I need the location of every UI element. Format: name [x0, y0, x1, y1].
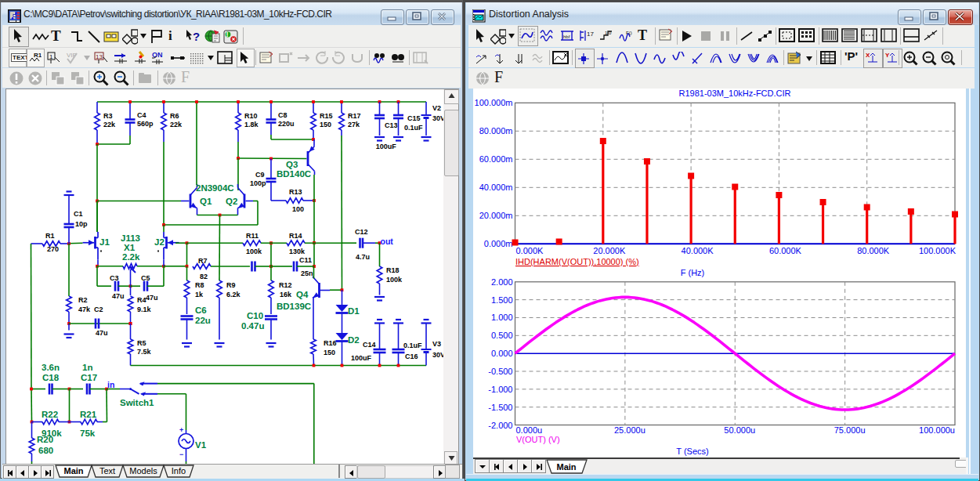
- svg-text:BD140C: BD140C: [277, 169, 311, 179]
- svg-text:R18: R18: [386, 266, 400, 274]
- svg-text:30V: 30V: [432, 114, 443, 122]
- svg-text:C6: C6: [195, 306, 207, 315]
- svg-text:22u: 22u: [195, 316, 211, 325]
- svg-text:R21: R21: [80, 410, 97, 419]
- svg-text:Text: Text: [99, 466, 115, 476]
- svg-text:100.000u: 100.000u: [919, 425, 955, 435]
- svg-text:F(): F(): [626, 31, 632, 35]
- svg-text:1n: 1n: [82, 363, 92, 372]
- svg-text:R1: R1: [45, 232, 55, 240]
- svg-text:R8: R8: [195, 281, 204, 289]
- svg-text:4.7u: 4.7u: [356, 253, 370, 261]
- svg-text:2N3904C: 2N3904C: [196, 183, 234, 193]
- svg-text:V3: V3: [432, 340, 441, 348]
- svg-text:22k: 22k: [103, 121, 116, 128]
- svg-text:F (Hz): F (Hz): [681, 268, 705, 277]
- svg-text:80.000m: 80.000m: [479, 126, 513, 136]
- svg-text:680: 680: [38, 446, 53, 455]
- svg-text:R4: R4: [137, 296, 146, 304]
- svg-text:40.000m: 40.000m: [479, 183, 513, 192]
- svg-text:in: in: [107, 380, 114, 389]
- svg-text:X: X: [866, 52, 870, 59]
- svg-text:R5: R5: [137, 339, 146, 347]
- svg-text:V(OUT) (V): V(OUT) (V): [516, 435, 560, 444]
- svg-text:82: 82: [200, 273, 208, 280]
- svg-text:22k: 22k: [170, 121, 183, 128]
- svg-text:0.1uF: 0.1uF: [404, 124, 423, 132]
- svg-text:+: +: [179, 426, 183, 434]
- svg-text:hbf: hbf: [563, 34, 570, 39]
- svg-text:R17: R17: [348, 112, 361, 120]
- svg-text:10p: 10p: [75, 220, 88, 228]
- svg-text:R12: R12: [279, 281, 292, 289]
- svg-text:R22: R22: [42, 410, 58, 419]
- svg-text:220u: 220u: [278, 120, 295, 128]
- svg-text:75.000u: 75.000u: [834, 425, 866, 435]
- svg-text:1.8k: 1.8k: [244, 121, 259, 128]
- svg-text:1: 1: [49, 53, 53, 60]
- svg-text:Main: Main: [63, 466, 83, 476]
- svg-text:130k: 130k: [289, 248, 306, 255]
- svg-text:Q4: Q4: [296, 290, 309, 299]
- svg-text:47k: 47k: [78, 306, 91, 313]
- svg-text:R10: R10: [244, 112, 258, 120]
- svg-text:7.5k: 7.5k: [137, 348, 152, 356]
- svg-text:J1: J1: [99, 237, 110, 247]
- svg-text:25n: 25n: [301, 269, 313, 277]
- svg-text:0.000m: 0.000m: [484, 239, 513, 248]
- svg-text:IHD(HARM(V(OUT)),10000) (%): IHD(HARM(V(OUT)),10000) (%): [515, 257, 639, 266]
- svg-text:60.000m: 60.000m: [479, 154, 513, 164]
- svg-text:Switch1: Switch1: [120, 398, 154, 407]
- svg-text:Models: Models: [129, 466, 157, 476]
- svg-text:50.000u: 50.000u: [724, 425, 755, 435]
- svg-text:C2: C2: [94, 306, 103, 313]
- svg-text:47u: 47u: [112, 292, 125, 300]
- svg-text:1.000: 1.000: [491, 313, 513, 322]
- svg-text:C4: C4: [137, 111, 146, 119]
- svg-text:30V: 30V: [432, 351, 443, 359]
- svg-text:?: ?: [193, 30, 200, 43]
- svg-text:C14: C14: [363, 341, 376, 349]
- svg-text:100: 100: [292, 205, 304, 213]
- svg-text:C3: C3: [110, 274, 119, 282]
- svg-text:−: −: [179, 450, 183, 458]
- svg-text:C13: C13: [385, 121, 398, 129]
- svg-text:R13: R13: [289, 188, 302, 196]
- svg-text:C17: C17: [81, 373, 97, 382]
- svg-text:J113: J113: [121, 233, 140, 243]
- svg-text:R16: R16: [324, 339, 337, 347]
- svg-text:-2.000: -2.000: [488, 421, 512, 430]
- svg-text:out: out: [381, 237, 394, 246]
- svg-text:0.000u: 0.000u: [516, 425, 543, 435]
- svg-text:T (Secs): T (Secs): [676, 447, 708, 456]
- svg-text:150: 150: [320, 121, 331, 128]
- svg-text:100k: 100k: [386, 276, 403, 284]
- svg-text:Info: Info: [172, 466, 186, 476]
- svg-text:13: 13: [96, 53, 103, 60]
- svg-text:20.000K: 20.000K: [593, 246, 626, 255]
- svg-text:560p: 560p: [137, 120, 154, 128]
- svg-text:25.000u: 25.000u: [614, 425, 645, 435]
- svg-text:100.000K: 100.000K: [919, 246, 956, 255]
- svg-text:R6: R6: [170, 112, 179, 120]
- svg-text:R7: R7: [198, 257, 208, 265]
- svg-text:0.000K: 0.000K: [516, 246, 544, 255]
- svg-text:R15: R15: [320, 112, 333, 120]
- svg-text:R11: R11: [246, 232, 259, 240]
- svg-text:J2: J2: [154, 237, 165, 247]
- svg-text:20.000m: 20.000m: [479, 211, 513, 220]
- svg-text:100uF: 100uF: [351, 354, 372, 362]
- svg-text:-1.000: -1.000: [488, 385, 512, 394]
- svg-text:R3: R3: [103, 112, 113, 120]
- svg-text:C12: C12: [355, 228, 368, 236]
- svg-text:9.1k: 9.1k: [137, 306, 152, 313]
- svg-text:R1: R1: [34, 52, 42, 59]
- svg-text:C5: C5: [141, 274, 150, 282]
- svg-text:-0.500: -0.500: [488, 367, 512, 376]
- svg-text:100.000m: 100.000m: [475, 98, 513, 107]
- svg-text:C18: C18: [42, 373, 60, 382]
- svg-text:-1.500: -1.500: [488, 403, 512, 412]
- svg-text:C9: C9: [255, 171, 265, 179]
- svg-text:40.000K: 40.000K: [682, 246, 714, 255]
- svg-text:X1: X1: [124, 243, 136, 252]
